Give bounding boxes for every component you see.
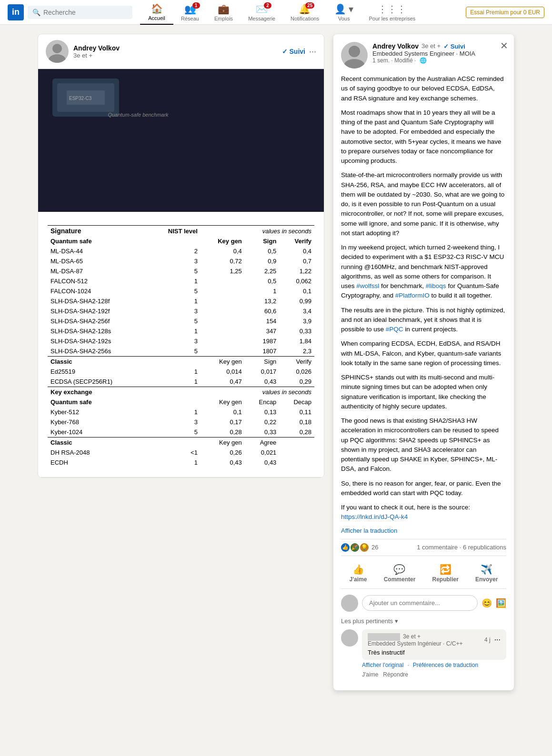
panel-post-text: Recent communication by the Australian A…	[341, 74, 506, 522]
send-button[interactable]: ✈️ Envoyer	[468, 560, 505, 587]
comment-more-button[interactable]: ···	[494, 636, 501, 644]
table-row: Kyber-102450,280,330,28	[48, 427, 314, 438]
table-row: FALCON-51210,50,062	[48, 276, 314, 286]
panel-author: Andrey Volkov 3e et + ✓ Suivi Embedded S…	[341, 42, 506, 69]
para-5: The results are in the picture. This is …	[341, 306, 506, 335]
table-row: SLH-DSA-SHA2-192f360,63,4	[48, 306, 314, 316]
table-row: SLH-DSA-SHA2-192s319871,84	[48, 336, 314, 346]
svg-point-1	[49, 54, 66, 63]
comment-author-name[interactable]: ████ ███	[368, 633, 400, 640]
para-1: Recent communication by the Australian A…	[341, 74, 506, 103]
prefs-traduction-link[interactable]: Préférences de traduction	[413, 662, 478, 668]
benchmark-card: Signature NIST level values in seconds Q…	[38, 212, 324, 477]
post-author-degree: 3e et +	[73, 52, 277, 59]
nav-item-messagerie[interactable]: ✉️ 2 Messagerie	[241, 0, 283, 25]
comment-avatar	[341, 629, 358, 647]
nav-item-accueil[interactable]: 🏠 Accueil	[140, 0, 173, 25]
post-author-name[interactable]: Andrey Volkov	[73, 44, 277, 52]
kex-values-header: values in seconds	[201, 387, 314, 398]
comment-item: ████ ███ 3e et + Embedded System Ingénie…	[341, 629, 506, 678]
search-icon: 🔍	[32, 9, 40, 16]
panel-author-name[interactable]: Andrey Volkov	[372, 42, 419, 50]
key-exchange-label: Key exchange	[48, 387, 148, 398]
like-icon: 👍	[341, 543, 350, 552]
table-row: Kyber-76830,170,220,18	[48, 417, 314, 427]
search-bar[interactable]: 🔍	[28, 6, 132, 19]
classic-sign-header: Sign	[245, 357, 280, 367]
quantum-safe-label: Quantum safe	[48, 236, 148, 246]
nav-label-vous: Vous	[338, 16, 350, 21]
linkedin-logo[interactable]: in	[8, 4, 24, 20]
comment-text: Très instructif	[368, 649, 501, 656]
verify-header: Verify	[279, 236, 314, 246]
emoji-picker-button[interactable]: 😊	[482, 598, 492, 608]
more-options-button[interactable]: ···	[309, 47, 316, 57]
notifications-icon: 🔔 25	[299, 3, 311, 15]
comment-reply-button[interactable]: Répondre	[383, 671, 408, 678]
nav-label-accueil: Accueil	[148, 15, 165, 21]
comment-input[interactable]	[362, 595, 478, 611]
table-row: ML-DSA-8751,252,251,22	[48, 266, 314, 276]
comment-label: Commenter	[384, 576, 416, 583]
para-10: If you want to check it out, here is the…	[341, 503, 506, 522]
comment-button[interactable]: 💬 Commenter	[376, 560, 423, 587]
post-detail-panel: ✕ Andrey Volkov 3e et + ✓ Suivi Embedded…	[333, 34, 514, 690]
nav-label-notifications: Notifications	[291, 16, 319, 21]
classic-sig-label: Classic	[48, 357, 148, 367]
nav-item-emplois[interactable]: 💼 Emplois	[207, 0, 241, 25]
source-link[interactable]: https://lnkd.in/dJ-QA-k4	[341, 513, 408, 520]
liboqs-link[interactable]: #liboqs	[426, 282, 446, 289]
table-row: SLH-DSA-SHA2-128f113,20,99	[48, 296, 314, 306]
repost-button[interactable]: 🔁 Republier	[425, 560, 466, 587]
table-row: DH RSA-2048<10,260,021	[48, 448, 314, 458]
comment-like-button[interactable]: J'aime	[362, 671, 378, 678]
premium-link[interactable]: Essai Premium pour 0 EUR	[466, 7, 544, 18]
nav-label-reseau: Réseau	[181, 16, 199, 21]
main-content: Andrey Volkov 3e et + ✓ Suivi ··· ESP32-…	[0, 25, 552, 700]
home-icon: 🏠	[151, 3, 163, 14]
classic-keygen-header: Key gen	[201, 357, 245, 367]
nav-item-notifications[interactable]: 🔔 25 Notifications	[283, 0, 327, 25]
like-action-icon: 👍	[352, 564, 364, 575]
platformio-link[interactable]: #PlatformIO	[395, 292, 430, 299]
comment-input-avatar	[341, 595, 358, 612]
jobs-icon: 💼	[218, 3, 230, 15]
wolfssl-link[interactable]: #wolfssl	[356, 282, 379, 289]
comment-author-degree: 3e et +	[403, 633, 421, 640]
filter-label: Les plus pertinents	[341, 617, 393, 625]
comment-actions: J'aime Répondre	[362, 671, 506, 678]
post-author-info: Andrey Volkov 3e et +	[73, 44, 277, 59]
nav-label-entreprises: Pour les entreprises	[369, 16, 415, 21]
table-row: SLH-DSA-SHA2-256s518072,3	[48, 346, 314, 357]
table-row: SLH-DSA-SHA2-256f51543,9	[48, 316, 314, 326]
reaction-icons: 👍 🎉 💡	[341, 543, 369, 552]
like-button[interactable]: 👍 J'aime	[342, 560, 375, 587]
follow-button[interactable]: ✓ Suivi	[282, 48, 305, 55]
support-icon: 💡	[360, 543, 369, 552]
close-button[interactable]: ✕	[500, 40, 508, 51]
left-panel: Andrey Volkov 3e et + ✓ Suivi ··· ESP32-…	[38, 34, 324, 690]
pqc-link[interactable]: #PQC	[386, 326, 403, 333]
para-2: Most roadmaps show that in 10 years they…	[341, 108, 506, 166]
nav-item-entreprises[interactable]: ⋮⋮⋮ Pour les entreprises	[361, 0, 423, 25]
post-image: ESP32-C3 Quantum-safe benchmark	[38, 69, 324, 212]
comments-filter[interactable]: Les plus pertinents ▾	[341, 617, 506, 625]
search-input[interactable]	[43, 9, 120, 16]
classic-kex-label: Classic	[48, 438, 148, 448]
nav-item-reseau[interactable]: 👥 1 Réseau	[173, 0, 207, 25]
para-6: When comparing ECDSA, ECDH, EdDSA, and R…	[341, 339, 506, 368]
send-action-icon: ✈️	[481, 564, 492, 575]
nav-items: 🏠 Accueil 👥 1 Réseau 💼 Emplois ✉️ 2 Mess…	[140, 0, 466, 25]
table-row: Kyber-51210,10,130,11	[48, 407, 314, 417]
repost-action-icon: 🔁	[440, 564, 452, 575]
translate-link[interactable]: Afficher la traduction	[341, 527, 506, 534]
messages-icon: ✉️ 2	[256, 3, 268, 15]
panel-follow-button[interactable]: ✓ Suivi	[443, 43, 465, 50]
values-header: values in seconds	[201, 226, 314, 237]
table-row: ML-DSA-4420,40,50,4	[48, 246, 314, 256]
para-9: So, there is no reason for anger, fear, …	[341, 479, 506, 498]
nav-item-vous[interactable]: 👤 ▾ Vous	[327, 0, 361, 25]
profile-icon: 👤 ▾	[334, 3, 354, 15]
afficher-original-link[interactable]: Afficher l'original	[362, 662, 403, 668]
image-attach-button[interactable]: 🖼️	[496, 598, 506, 608]
